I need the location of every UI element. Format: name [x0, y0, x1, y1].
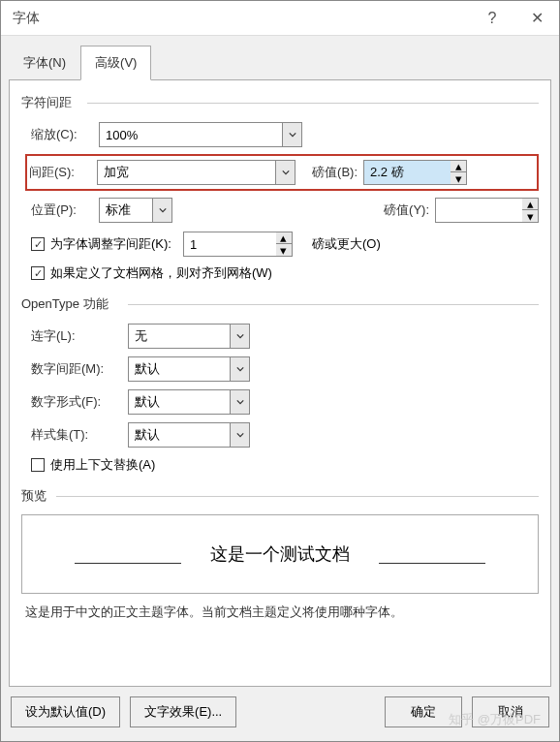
preview-box: 这是一个测试文档 — [21, 514, 539, 594]
chevron-down-icon — [230, 357, 249, 381]
text-effects-button[interactable]: 文字效果(E)... — [130, 696, 236, 727]
spin-down-icon[interactable]: ▾ — [276, 244, 292, 256]
snap-grid-label: 如果定义了文档网格，则对齐到网格(W) — [50, 264, 272, 282]
scale-combo[interactable]: 100% — [99, 122, 302, 147]
spinner-buttons[interactable]: ▴ ▾ — [522, 198, 539, 223]
stylistic-value: 默认 — [135, 426, 160, 444]
chevron-down-icon — [282, 123, 301, 146]
help-button[interactable]: ? — [470, 1, 514, 36]
chevron-down-icon — [152, 199, 171, 222]
stylistic-combo[interactable]: 默认 — [128, 422, 250, 448]
spacing-by-value[interactable]: 2.2 磅 — [363, 160, 451, 185]
set-default-button[interactable]: 设为默认值(D) — [11, 696, 120, 727]
spin-down-icon[interactable]: ▾ — [451, 172, 466, 184]
scale-value: 100% — [106, 128, 138, 142]
chevron-down-icon — [230, 390, 249, 414]
dialog-footer: 设为默认值(D) 文字效果(E)... 确定 取消 知乎 @万彼PDF — [1, 687, 559, 741]
spinner-buttons[interactable]: ▴ ▾ — [451, 160, 467, 185]
tab-strip: 字体(N) 高级(V) — [1, 36, 559, 80]
snap-grid-checkbox[interactable]: ✓ 如果定义了文档网格，则对齐到网格(W) — [31, 264, 539, 282]
stylistic-label: 样式集(T): — [31, 426, 128, 444]
position-by-value[interactable] — [435, 198, 522, 223]
kerning-spinner[interactable]: 1 ▴ ▾ — [183, 232, 293, 257]
position-combo[interactable]: 标准 — [99, 198, 172, 223]
spin-down-icon[interactable]: ▾ — [522, 210, 538, 222]
kerning-checkbox[interactable]: ✓ 为字体调整字间距(K): 1 ▴ ▾ 磅或更大(O) — [31, 232, 539, 257]
spacing-combo[interactable]: 加宽 — [97, 160, 296, 185]
numforms-value: 默认 — [135, 393, 160, 411]
position-label: 位置(P): — [31, 201, 99, 219]
preview-desc: 这是用于中文的正文主题字体。当前文档主题定义将使用哪种字体。 — [25, 603, 535, 621]
spacing-by-spinner[interactable]: 2.2 磅 ▴ ▾ — [363, 160, 467, 185]
opentype-legend: OpenType 功能 — [21, 295, 539, 313]
titlebar: 字体 ? ✕ — [1, 1, 559, 36]
spacing-by-label: 磅值(B): — [296, 164, 363, 181]
tab-advanced[interactable]: 高级(V) — [80, 46, 151, 80]
position-by-spinner[interactable]: ▴ ▾ — [435, 198, 539, 223]
window-title: 字体 — [13, 10, 470, 27]
content-area: 字符间距 缩放(C): 100% 间距(S): 加宽 磅值(B): 2.2 磅 — [9, 79, 551, 687]
kerning-suffix: 磅或更大(O) — [312, 235, 381, 253]
close-button[interactable]: ✕ — [514, 1, 559, 36]
preview-legend: 预览 — [21, 487, 539, 505]
spinner-buttons[interactable]: ▴ ▾ — [276, 232, 293, 257]
checkbox-unchecked-icon — [31, 458, 45, 472]
spacing-label: 间距(S): — [29, 164, 97, 181]
kerning-label: 为字体调整字间距(K): — [50, 235, 171, 253]
ok-button[interactable]: 确定 — [385, 696, 462, 727]
numspacing-label: 数字间距(M): — [31, 360, 128, 378]
tab-font[interactable]: 字体(N) — [9, 46, 80, 80]
preview-sample: 这是一个测试文档 — [171, 542, 389, 566]
ligatures-value: 无 — [135, 327, 147, 345]
preview-group: 预览 这是一个测试文档 这是用于中文的正文主题字体。当前文档主题定义将使用哪种字… — [21, 487, 539, 621]
ligatures-combo[interactable]: 无 — [128, 324, 250, 349]
font-dialog: 字体 ? ✕ 字体(N) 高级(V) 字符间距 缩放(C): 100% 间距(S… — [0, 0, 560, 742]
chevron-down-icon — [230, 423, 249, 447]
char-spacing-legend: 字符间距 — [21, 94, 539, 111]
spacing-value: 加宽 — [104, 164, 129, 181]
numforms-combo[interactable]: 默认 — [128, 389, 250, 415]
contextual-checkbox[interactable]: 使用上下文替换(A) — [31, 456, 539, 474]
contextual-label: 使用上下文替换(A) — [50, 456, 155, 474]
position-by-label: 磅值(Y): — [367, 201, 435, 219]
numspacing-combo[interactable]: 默认 — [128, 356, 250, 382]
chevron-down-icon — [230, 325, 249, 348]
ligatures-label: 连字(L): — [31, 327, 128, 345]
scale-label: 缩放(C): — [31, 126, 99, 143]
checkbox-checked-icon: ✓ — [31, 237, 45, 251]
chevron-down-icon — [275, 161, 295, 184]
cancel-button[interactable]: 取消 — [472, 696, 549, 727]
spacing-row-highlighted: 间距(S): 加宽 磅值(B): 2.2 磅 ▴ ▾ — [25, 154, 539, 191]
checkbox-checked-icon: ✓ — [31, 266, 45, 280]
numforms-label: 数字形式(F): — [31, 393, 128, 411]
position-value: 标准 — [106, 201, 131, 219]
numspacing-value: 默认 — [135, 360, 160, 378]
char-spacing-group: 字符间距 缩放(C): 100% 间距(S): 加宽 磅值(B): 2.2 磅 — [21, 94, 539, 282]
kerning-value[interactable]: 1 — [183, 232, 276, 257]
opentype-group: OpenType 功能 连字(L): 无 数字间距(M): 默认 数字形式(F)… — [21, 295, 539, 474]
